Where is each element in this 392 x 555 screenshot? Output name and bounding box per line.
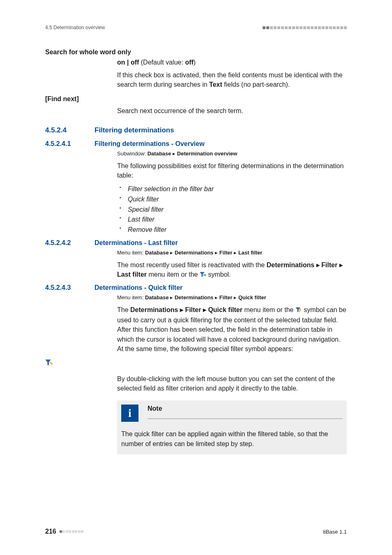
svg-marker-5 (49, 365, 50, 366)
svg-rect-4 (50, 362, 53, 365)
term-find-next: [Find next] (45, 95, 347, 103)
subwindow-path: Subwindow: Database ▸ Determination over… (117, 150, 347, 158)
menu-path: Menu item: Database ▸ Determinations ▸ F… (117, 249, 347, 257)
list-item: Special filter (117, 205, 347, 215)
note-title: Note (148, 404, 343, 413)
term-value-line: on | off (Default value: off) (117, 58, 347, 67)
quick-filter-doubleclick: By double-clicking with the left mouse b… (117, 374, 347, 393)
term-search-whole-word: Search for whole word only (45, 49, 347, 56)
section-number: 4.5.2.4.1 (45, 140, 95, 148)
find-next-description: Search next occurrence of the search ter… (117, 106, 347, 116)
default-close: ) (194, 59, 196, 66)
section-number: 4.5.2.4 (45, 126, 95, 134)
funnel-flash-icon (295, 306, 302, 315)
product-name: tiBase 1.1 (323, 529, 347, 535)
page-number: 216 (45, 528, 56, 535)
section-title: Determinations - Last filter (95, 239, 347, 247)
footer-decoration (60, 530, 84, 533)
on-off-label: on | off (117, 59, 139, 66)
section-title: Filtering determinations - Overview (95, 140, 347, 148)
term-description: If this check box is activated, then the… (117, 70, 347, 89)
list-item: Quick filter (117, 194, 347, 205)
header-decoration (263, 26, 347, 29)
breadcrumb: 4.5 Determination overview (45, 25, 105, 30)
note-box: i Note The quick filter can be applied a… (117, 400, 347, 454)
text-bold: Text (209, 81, 222, 88)
note-body: The quick filter can be applied again wi… (121, 429, 343, 448)
last-filter-description: The most recently used filter is reactiv… (117, 260, 347, 280)
list-item: Remove filter (117, 225, 347, 235)
default-label: (Default value: (139, 59, 185, 66)
section-number: 4.5.2.4.3 (45, 284, 95, 291)
list-item: Last filter (117, 215, 347, 225)
quick-filter-description: The Determinations ▸ Filter ▸ Quick filt… (117, 305, 347, 354)
list-item: Filter selection in the filter bar (117, 184, 347, 194)
section-title: Filtering determinations (95, 126, 347, 134)
section-title: Determinations - Quick filter (95, 284, 347, 291)
info-icon: i (121, 405, 138, 422)
default-value: off (185, 59, 193, 66)
funnel-arrow-icon (200, 271, 206, 280)
section-number: 4.5.2.4.2 (45, 239, 95, 247)
svg-marker-0 (200, 272, 204, 277)
svg-marker-2 (299, 308, 301, 312)
funnel-pencil-icon (45, 359, 53, 368)
menu-path: Menu item: Database ▸ Determinations ▸ F… (117, 294, 347, 302)
text: fields (no part-search). (222, 81, 290, 88)
overview-intro: The following possibilities exist for fi… (117, 161, 347, 180)
filter-options-list: Filter selection in the filter bar Quick… (117, 184, 347, 235)
